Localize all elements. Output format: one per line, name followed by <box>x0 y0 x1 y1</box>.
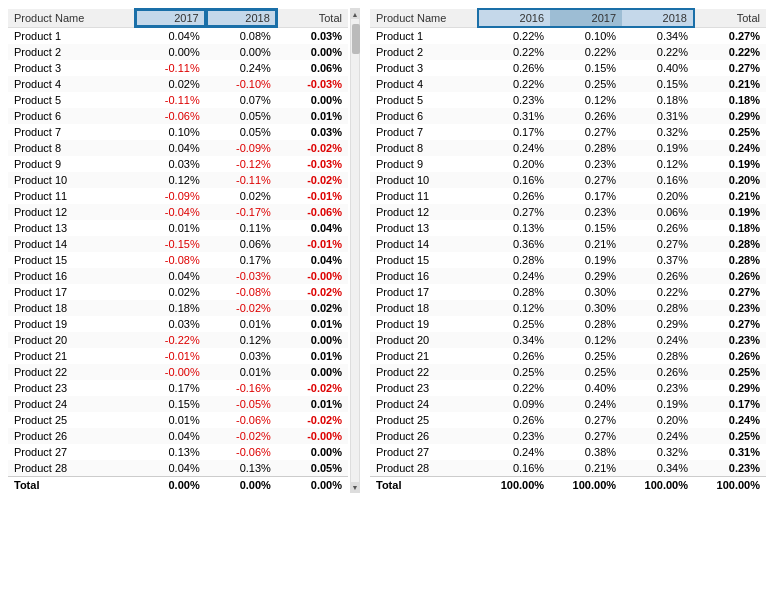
left-table-row: Product 90.03%-0.12%-0.03% <box>8 156 348 172</box>
data-cell: 0.02% <box>206 188 277 204</box>
data-cell: 0.26% <box>478 412 550 428</box>
product-name-cell: Product 27 <box>370 444 478 460</box>
data-cell: 0.22% <box>478 27 550 44</box>
product-name-cell: Product 12 <box>8 204 135 220</box>
data-cell: -0.08% <box>206 284 277 300</box>
left-table-row: Product 10.04%0.08%0.03% <box>8 27 348 44</box>
left-footer-2018: 0.00% <box>206 477 277 494</box>
left-table-row: Product 21-0.01%0.03%0.01% <box>8 348 348 364</box>
left-footer-name: Total <box>8 477 135 494</box>
right-table-row: Product 220.25%0.25%0.26%0.25% <box>370 364 766 380</box>
right-table-row: Product 230.22%0.40%0.23%0.29% <box>370 380 766 396</box>
data-cell: -0.06% <box>277 204 348 220</box>
data-cell: 0.21% <box>550 460 622 477</box>
data-cell: 0.26% <box>622 268 694 284</box>
left-table-row: Product 6-0.06%0.05%0.01% <box>8 108 348 124</box>
data-cell: 0.22% <box>478 380 550 396</box>
left-section: Product Name 2017 2018 Total Product 10.… <box>8 8 360 493</box>
right-table-row: Product 90.20%0.23%0.12%0.19% <box>370 156 766 172</box>
data-cell: 0.01% <box>277 108 348 124</box>
data-cell: -0.03% <box>206 268 277 284</box>
product-name-cell: Product 1 <box>370 27 478 44</box>
data-cell: -0.03% <box>277 156 348 172</box>
right-table-row: Product 30.26%0.15%0.40%0.27% <box>370 60 766 76</box>
right-footer-2018: 100.00% <box>622 477 694 494</box>
right-col-2018[interactable]: 2018 <box>622 9 694 27</box>
data-cell: 0.00% <box>277 44 348 60</box>
data-cell: 0.34% <box>622 27 694 44</box>
data-cell: 0.23% <box>550 156 622 172</box>
data-cell: -0.10% <box>206 76 277 92</box>
product-name-cell: Product 20 <box>370 332 478 348</box>
data-cell: 0.00% <box>277 444 348 460</box>
product-name-cell: Product 24 <box>370 396 478 412</box>
left-footer-2017: 0.00% <box>135 477 206 494</box>
product-name-cell: Product 21 <box>370 348 478 364</box>
data-cell: 0.34% <box>478 332 550 348</box>
data-cell: 0.08% <box>206 27 277 44</box>
right-footer-name: Total <box>370 477 478 494</box>
data-cell: 0.25% <box>478 316 550 332</box>
data-cell: 0.03% <box>206 348 277 364</box>
right-col-2016[interactable]: 2016 <box>478 9 550 27</box>
product-name-cell: Product 6 <box>8 108 135 124</box>
data-cell: 0.20% <box>622 412 694 428</box>
data-cell: -0.09% <box>135 188 206 204</box>
data-cell: 0.05% <box>277 460 348 477</box>
left-col-2018[interactable]: 2018 <box>206 9 277 27</box>
data-cell: 0.12% <box>550 92 622 108</box>
right-table-row: Product 260.23%0.27%0.24%0.25% <box>370 428 766 444</box>
left-col-2017[interactable]: 2017 <box>135 9 206 27</box>
product-name-cell: Product 24 <box>8 396 135 412</box>
data-cell: 0.32% <box>622 124 694 140</box>
data-cell: 0.27% <box>550 412 622 428</box>
left-table-row: Product 20.00%0.00%0.00% <box>8 44 348 60</box>
scroll-down-button[interactable]: ▼ <box>350 482 360 492</box>
data-cell: 0.04% <box>277 252 348 268</box>
data-cell: 0.28% <box>694 236 766 252</box>
data-cell: 0.10% <box>135 124 206 140</box>
product-name-cell: Product 2 <box>370 44 478 60</box>
data-cell: 0.20% <box>478 156 550 172</box>
data-cell: 0.27% <box>694 27 766 44</box>
data-cell: 0.21% <box>694 188 766 204</box>
data-cell: 0.15% <box>622 76 694 92</box>
product-name-cell: Product 26 <box>8 428 135 444</box>
data-cell: 0.30% <box>550 284 622 300</box>
data-cell: 0.26% <box>694 348 766 364</box>
data-cell: 0.03% <box>135 316 206 332</box>
data-cell: 0.03% <box>277 27 348 44</box>
product-name-cell: Product 15 <box>8 252 135 268</box>
data-cell: 0.22% <box>478 76 550 92</box>
left-header-row: Product Name 2017 2018 Total <box>8 9 348 27</box>
left-table-row: Product 20-0.22%0.12%0.00% <box>8 332 348 348</box>
left-scrollbar[interactable]: ▲ ▼ <box>350 8 360 493</box>
data-cell: 0.15% <box>135 396 206 412</box>
data-cell: 0.11% <box>206 220 277 236</box>
scroll-up-button[interactable]: ▲ <box>350 9 360 19</box>
left-table-row: Product 160.04%-0.03%-0.00% <box>8 268 348 284</box>
product-name-cell: Product 14 <box>8 236 135 252</box>
left-table-row: Product 11-0.09%0.02%-0.01% <box>8 188 348 204</box>
data-cell: 0.30% <box>550 300 622 316</box>
scroll-thumb[interactable] <box>352 24 360 54</box>
right-table-row: Product 200.34%0.12%0.24%0.23% <box>370 332 766 348</box>
product-name-cell: Product 14 <box>370 236 478 252</box>
data-cell: 0.15% <box>550 220 622 236</box>
data-cell: -0.22% <box>135 332 206 348</box>
data-cell: 0.06% <box>206 236 277 252</box>
product-name-cell: Product 10 <box>370 172 478 188</box>
product-name-cell: Product 28 <box>8 460 135 477</box>
left-footer-total: 0.00% <box>277 477 348 494</box>
product-name-cell: Product 27 <box>8 444 135 460</box>
product-name-cell: Product 23 <box>370 380 478 396</box>
right-col-2017[interactable]: 2017 <box>550 9 622 27</box>
data-cell: 0.23% <box>694 460 766 477</box>
data-cell: 0.27% <box>622 236 694 252</box>
left-table-row: Product 100.12%-0.11%-0.02% <box>8 172 348 188</box>
data-cell: -0.06% <box>135 108 206 124</box>
right-table-row: Product 130.13%0.15%0.26%0.18% <box>370 220 766 236</box>
data-cell: 0.06% <box>622 204 694 220</box>
data-cell: 0.24% <box>622 428 694 444</box>
data-cell: -0.06% <box>206 412 277 428</box>
